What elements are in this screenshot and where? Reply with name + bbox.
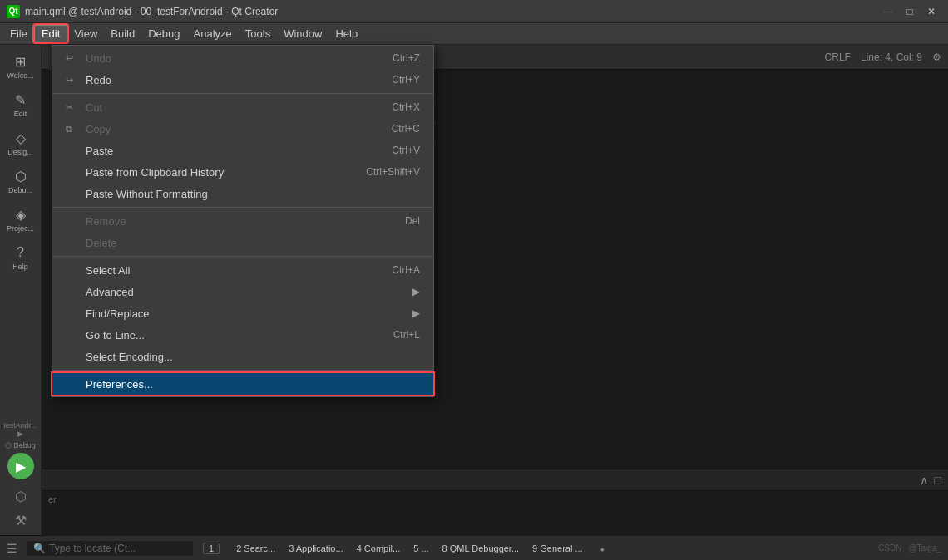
menu-delete[interactable]: Delete — [52, 232, 433, 253]
redo-shortcut: Ctrl+Y — [392, 74, 420, 86]
menu-select-all[interactable]: Select All Ctrl+A — [52, 259, 433, 281]
copy-icon: ⧉ — [66, 124, 82, 135]
undo-icon: ↩ — [66, 53, 82, 64]
remove-label: Remove — [86, 215, 126, 228]
sep-1 — [52, 93, 433, 94]
menu-advanced[interactable]: Advanced ▶ — [52, 281, 433, 302]
menu-redo[interactable]: ↪ Redo Ctrl+Y — [52, 69, 433, 91]
menu-goto-line[interactable]: Go to Line... Ctrl+L — [52, 324, 433, 346]
sep-4 — [52, 370, 433, 371]
redo-icon: ↪ — [66, 75, 82, 86]
sep-2 — [52, 207, 433, 208]
menu-paste-no-format[interactable]: Paste Without Formatting — [52, 183, 433, 204]
find-replace-submenu-arrow: ▶ — [412, 307, 420, 319]
delete-label: Delete — [86, 237, 117, 249]
paste-shortcut: Ctrl+V — [392, 145, 420, 156]
advanced-submenu-arrow: ▶ — [412, 286, 420, 297]
copy-label: Copy — [86, 123, 111, 135]
paste-clipboard-shortcut: Ctrl+Shift+V — [366, 166, 420, 178]
cut-shortcut: Ctrl+X — [392, 101, 420, 113]
menu-find-replace[interactable]: Find/Replace ▶ — [52, 302, 433, 324]
cut-icon: ✂ — [66, 102, 82, 113]
paste-noformat-label: Paste Without Formatting — [86, 188, 208, 200]
sep-3 — [52, 256, 433, 257]
select-encoding-label: Select Encoding... — [86, 351, 173, 363]
paste-clipboard-label: Paste from Clipboard History — [86, 166, 224, 179]
find-replace-label: Find/Replace — [86, 307, 150, 320]
menu-copy[interactable]: ⧉ Copy Ctrl+C — [52, 118, 433, 140]
edit-menu-dropdown: ↩ Undo Ctrl+Z ↪ Redo Ctrl+Y ✂ Cut Ctrl+X… — [52, 45, 434, 397]
paste-label: Paste — [86, 145, 113, 157]
undo-label: Undo — [86, 52, 111, 65]
remove-shortcut: Del — [405, 215, 420, 227]
copy-shortcut: Ctrl+C — [392, 123, 420, 135]
menu-undo[interactable]: ↩ Undo Ctrl+Z — [52, 47, 433, 69]
preferences-label: Preferences... — [86, 378, 153, 391]
select-all-label: Select All — [86, 264, 130, 277]
menu-paste[interactable]: Paste Ctrl+V — [52, 140, 433, 161]
undo-shortcut: Ctrl+Z — [393, 52, 420, 64]
dropdown-overlay: ↩ Undo Ctrl+Z ↪ Redo Ctrl+Y ✂ Cut Ctrl+X… — [0, 0, 948, 560]
menu-paste-clipboard[interactable]: Paste from Clipboard History Ctrl+Shift+… — [52, 161, 433, 183]
select-all-shortcut: Ctrl+A — [392, 264, 420, 276]
menu-preferences[interactable]: Preferences... — [52, 373, 433, 395]
menu-cut[interactable]: ✂ Cut Ctrl+X — [52, 96, 433, 118]
redo-label: Redo — [86, 74, 111, 86]
goto-line-label: Go to Line... — [86, 329, 145, 341]
cut-label: Cut — [86, 101, 102, 114]
menu-select-encoding[interactable]: Select Encoding... — [52, 346, 433, 367]
goto-line-shortcut: Ctrl+L — [393, 329, 420, 341]
menu-remove[interactable]: Remove Del — [52, 210, 433, 232]
advanced-label: Advanced — [86, 286, 134, 298]
